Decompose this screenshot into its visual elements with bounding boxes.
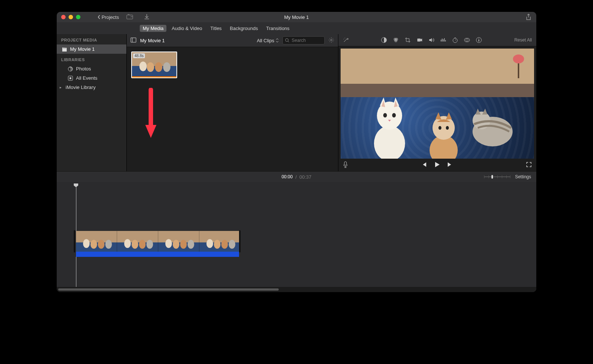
svg-point-38 [98,240,105,249]
sidebar-photos-label: Photos [76,66,91,72]
time-total: 00:37 [299,174,312,180]
chevron-right-icon: ▸ [60,85,63,89]
sidebar-item-project[interactable]: My Movie 1 [57,44,126,54]
svg-rect-16 [417,39,421,42]
volume-icon[interactable] [428,37,434,43]
star-icon [68,76,73,81]
svg-point-36 [83,239,90,248]
tab-backgrounds[interactable]: Backgrounds [227,25,261,32]
color-balance-icon[interactable] [381,37,387,43]
sidebar: PROJECT MEDIA My Movie 1 LIBRARIES Photo… [57,34,127,171]
tab-audio-video[interactable]: Audio & Video [169,25,205,32]
sidebar-item-imovie-library[interactable]: ▸ iMovie Library [57,83,126,92]
download-icon[interactable] [143,14,150,21]
svg-line-6 [288,41,289,42]
toolbar-icons [126,14,150,21]
svg-point-9 [147,62,154,72]
search-input[interactable] [291,37,318,43]
stabilization-icon[interactable] [417,37,423,43]
sidebar-heading-project: PROJECT MEDIA [57,34,126,44]
reset-all-button[interactable]: Reset All [514,37,532,43]
clip-frame-1 [76,231,117,252]
time-current: 00:00 [282,174,293,179]
media-tabs: My Media Audio & Video Titles Background… [57,22,536,34]
clip-trim-handle-left[interactable] [74,230,75,252]
timeline[interactable] [57,182,536,292]
auto-enhance-icon[interactable] [343,37,349,43]
import-media-icon[interactable] [126,14,133,21]
tab-my-media[interactable]: My Media [140,25,166,32]
toggle-sidebar-icon[interactable] [130,37,136,44]
window-controls [61,15,80,19]
app-window: Projects My Movie 1 My Media Audio & Vid… [57,12,536,292]
clapperboard-icon [62,47,67,52]
svg-point-31 [438,126,441,130]
preview-frame-image [341,49,534,159]
svg-point-5 [285,39,288,42]
kitten-white [364,95,415,159]
clip-filter-dropdown[interactable]: All Clips [257,38,279,43]
svg-rect-0 [127,15,133,19]
time-display-bar: 00:00 / 00:37 Settings [57,171,536,182]
back-to-projects-button[interactable]: Projects [97,14,119,20]
zoom-slider[interactable] [484,175,510,179]
svg-point-8 [139,62,147,71]
search-icon [285,38,289,43]
svg-point-50 [221,240,228,249]
tab-transitions[interactable]: Transitions [263,25,292,32]
sidebar-all-events-label: All Events [76,75,97,81]
share-icon[interactable] [526,14,531,21]
annotation-arrow [143,88,158,140]
gear-icon[interactable] [328,37,334,44]
speed-icon[interactable] [452,37,458,43]
browser-body[interactable]: 48.8s [127,47,338,171]
svg-point-23 [513,54,524,63]
prev-button[interactable] [421,162,427,169]
svg-rect-3 [131,38,136,42]
kitten-orange [421,109,466,159]
photos-icon [68,66,73,72]
svg-point-39 [105,240,112,249]
title-bar: Projects My Movie 1 [57,12,536,22]
close-icon[interactable] [61,15,66,19]
media-browser: My Movie 1 All Clips 48.8s [127,34,338,171]
clip-filter-icon[interactable] [464,37,470,43]
video-preview[interactable] [341,49,534,159]
color-correction-icon[interactable] [393,37,399,43]
media-clip-thumbnail[interactable]: 48.8s [131,52,177,78]
svg-point-47 [188,240,194,249]
svg-rect-35 [344,162,347,165]
timeline-scrollbar[interactable] [57,287,536,292]
sidebar-item-all-events[interactable]: All Events [57,73,126,83]
svg-point-25 [374,126,405,159]
voiceover-icon[interactable] [343,161,348,169]
adjust-toolbar: Reset All [338,34,536,46]
upper-pane: PROJECT MEDIA My Movie 1 LIBRARIES Photo… [57,34,536,171]
clip-filter-label: All Clips [257,38,274,43]
crop-icon[interactable] [405,37,411,43]
svg-point-27 [383,113,387,118]
clip-trim-handle-right[interactable] [239,230,241,252]
fullscreen-icon[interactable] [526,162,532,169]
play-button[interactable] [434,161,440,169]
minimize-icon[interactable] [69,15,73,19]
transport-bar [338,159,536,171]
maximize-icon[interactable] [76,15,80,19]
clip-audio-track[interactable] [76,252,239,257]
svg-point-41 [132,240,138,249]
sidebar-heading-libraries: LIBRARIES [57,54,126,64]
browser-toolbar: My Movie 1 All Clips [127,34,338,47]
sidebar-item-photos[interactable]: Photos [57,64,126,73]
svg-point-49 [214,240,221,249]
back-label: Projects [102,14,119,20]
noise-reduction-icon[interactable] [440,37,446,43]
next-button[interactable] [447,162,453,169]
tab-titles[interactable]: Titles [208,25,225,32]
search-field[interactable] [282,36,325,44]
svg-point-46 [180,240,187,249]
svg-point-7 [331,39,332,40]
sidebar-project-label: My Movie 1 [70,46,95,52]
svg-point-37 [90,240,97,249]
timeline-settings-button[interactable]: Settings [515,174,531,179]
info-icon[interactable] [476,37,482,43]
